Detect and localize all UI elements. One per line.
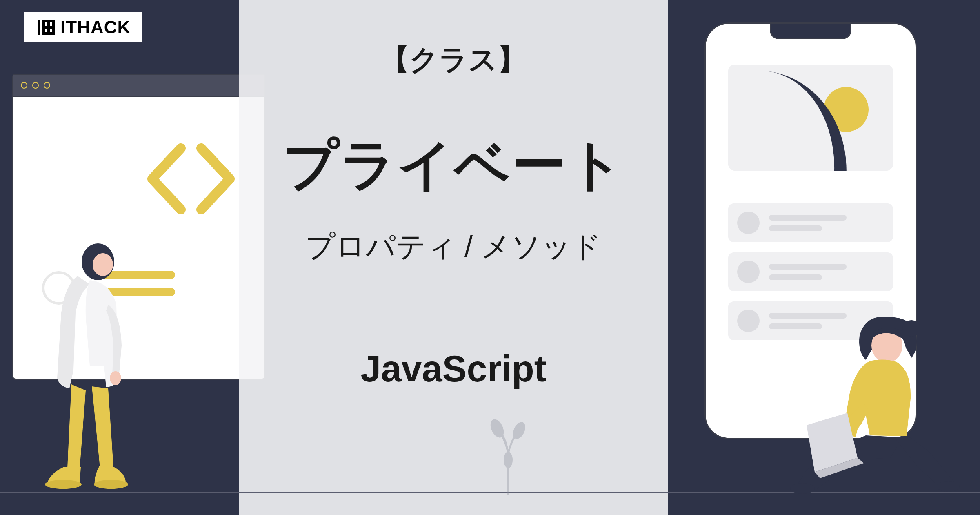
phone-notch — [770, 24, 851, 39]
logo-text: ITHACK — [60, 17, 131, 38]
phone-list-item — [728, 203, 893, 242]
phone-hero-image — [728, 65, 893, 171]
svg-point-10 — [45, 480, 82, 489]
svg-point-8 — [93, 253, 113, 276]
logo-badge: ITHACK — [24, 12, 142, 42]
language-label: JavaScript — [360, 348, 546, 390]
svg-point-11 — [94, 480, 128, 489]
svg-point-19 — [937, 481, 960, 492]
browser-titlebar — [13, 75, 264, 97]
svg-rect-4 — [42, 20, 45, 35]
svg-point-18 — [790, 483, 815, 494]
main-text-content: 【クラス】 プライベート プロパティ / メソッド JavaScript — [239, 0, 668, 515]
person-standing-illustration — [24, 239, 135, 501]
phone-list-item — [728, 252, 893, 291]
main-title: プライベート — [283, 128, 624, 203]
svg-point-16 — [902, 320, 920, 337]
category-tag: 【クラス】 — [381, 41, 526, 79]
window-dot-icon — [32, 82, 39, 89]
window-dot-icon — [21, 82, 27, 89]
svg-point-9 — [110, 371, 121, 385]
svg-rect-5 — [47, 20, 50, 35]
window-dot-icon — [44, 82, 50, 89]
svg-rect-6 — [52, 20, 55, 35]
ithack-logo-icon — [36, 17, 56, 38]
code-brackets-icon — [144, 140, 238, 218]
person-sitting-illustration — [784, 309, 968, 501]
svg-rect-0 — [38, 20, 40, 35]
subtitle: プロパティ / メソッド — [305, 227, 602, 266]
